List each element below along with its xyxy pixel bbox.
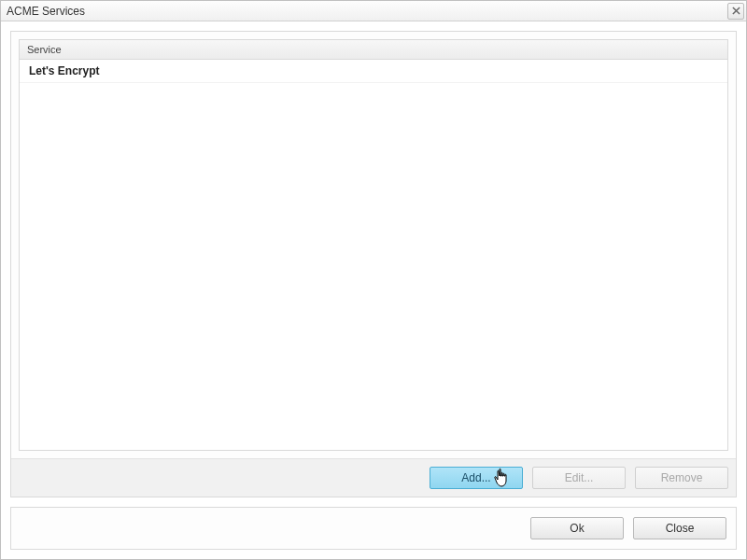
titlebar: ACME Services: [1, 1, 746, 21]
services-panel: Service Let's Encrypt Add... Edit... Rem…: [10, 31, 737, 497]
add-button[interactable]: Add...: [430, 467, 523, 489]
services-table-body: Let's Encrypt: [20, 60, 727, 450]
service-name-cell: Let's Encrypt: [29, 64, 100, 77]
services-table: Service Let's Encrypt: [19, 39, 728, 451]
close-icon: [732, 5, 740, 18]
acme-services-window: ACME Services Service Let's Encrypt Add.…: [0, 0, 747, 560]
titlebar-close-button[interactable]: [727, 3, 744, 20]
close-button[interactable]: Close: [633, 517, 726, 539]
dialog-footer: Ok Close: [10, 507, 737, 550]
remove-button: Remove: [635, 467, 728, 489]
column-header-service[interactable]: Service: [20, 40, 727, 60]
services-actions-bar: Add... Edit... Remove: [11, 458, 736, 497]
edit-button: Edit...: [532, 467, 626, 489]
window-title: ACME Services: [7, 5, 85, 18]
ok-button[interactable]: Ok: [530, 517, 624, 539]
window-body: Service Let's Encrypt Add... Edit... Rem…: [1, 21, 746, 559]
table-row[interactable]: Let's Encrypt: [20, 60, 727, 83]
